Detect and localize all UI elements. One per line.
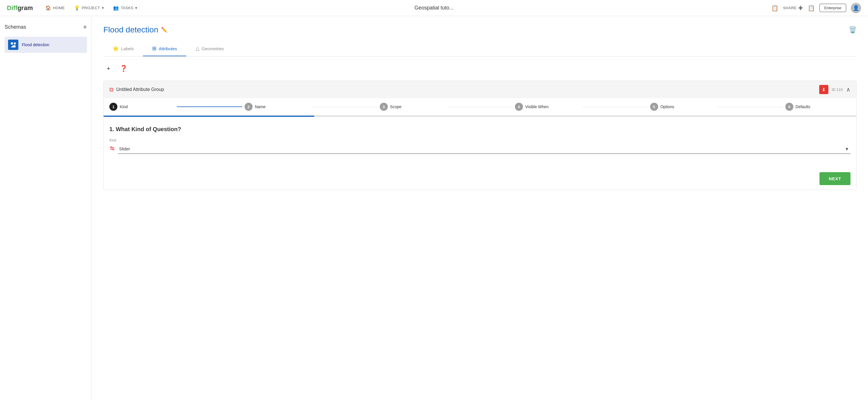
step-2-label: Name — [255, 104, 266, 109]
step-connector-2-3 — [312, 107, 377, 107]
attribute-group: ⧉ Untitled Attribute Group ⬇ ID 115 ∧ 1 — [103, 81, 857, 190]
sidebar-header: Schemas + — [5, 23, 87, 31]
sidebar: Schemas + Flood detection — [0, 16, 92, 400]
project-label: PROJECT — [82, 6, 100, 10]
schema-item-flood-detection[interactable]: Flood detection — [5, 37, 87, 53]
question-title: 1. What Kind of Question? — [110, 126, 850, 132]
step-3-label: Scope — [390, 104, 402, 109]
group-actions: ⬇ ID 115 ∧ — [819, 85, 850, 94]
geometries-icon: △ — [195, 45, 199, 52]
project-title: Geospatial tuto... — [414, 5, 454, 11]
labels-icon: ⭐ — [113, 45, 119, 52]
step-3-number: 3 — [383, 105, 384, 109]
nav-links: 🏠 HOME 💡 PROJECT ▾ 👥 TASKS ▾ — [42, 3, 771, 12]
svg-rect-0 — [11, 42, 13, 44]
content-area: Flood detection ✏️ 🗑️ ⭐ Labels ⊞ Attribu… — [92, 16, 868, 400]
enterprise-button[interactable]: Enterprise — [819, 4, 846, 12]
logo-diff: Diff — [7, 4, 18, 11]
actions-row: + ❓ — [103, 63, 857, 74]
tasks-icon: 👥 — [113, 5, 119, 11]
download-icon: ⬇ — [822, 87, 826, 92]
tab-labels-label: Labels — [121, 46, 134, 51]
kind-field-label: Kind — [110, 138, 850, 142]
stepper-progress — [104, 116, 856, 117]
project-icon: 💡 — [74, 5, 80, 11]
home-nav[interactable]: 🏠 HOME — [42, 3, 68, 12]
svg-point-7 — [113, 148, 114, 150]
group-title-row: ⧉ Untitled Attribute Group — [110, 86, 164, 93]
delete-icon[interactable]: 🗑️ — [849, 26, 857, 34]
step-1[interactable]: 1 Kind — [110, 103, 175, 111]
kind-select[interactable]: Slider Text Select Multiple Select — [118, 144, 850, 154]
tab-geometries-label: Geometries — [202, 46, 224, 51]
step-4-label: Visible When — [525, 104, 549, 109]
page-title: Flood detection — [103, 25, 158, 34]
step-4[interactable]: 4 Visible When — [515, 103, 580, 111]
svg-point-1 — [14, 42, 16, 44]
avatar[interactable]: 👤 — [851, 3, 861, 13]
step-5[interactable]: 5 Options — [650, 103, 715, 111]
logo[interactable]: Diffgram — [7, 4, 33, 12]
kind-select-wrapper: Slider Text Select Multiple Select ▾ — [118, 144, 850, 154]
notifications-icon[interactable]: 📋 — [771, 5, 778, 11]
page-title-row: Flood detection ✏️ — [103, 25, 167, 34]
home-icon: 🏠 — [45, 5, 51, 11]
tab-geometries[interactable]: △ Geometries — [186, 41, 234, 56]
svg-rect-3 — [13, 45, 16, 47]
group-title: Untitled Attribute Group — [116, 87, 164, 92]
step-1-number: 1 — [112, 105, 114, 109]
page-header: Flood detection ✏️ 🗑️ — [103, 25, 857, 34]
tasks-label: TASKS — [121, 6, 133, 10]
attribute-group-header: ⧉ Untitled Attribute Group ⬇ ID 115 ∧ — [104, 81, 856, 98]
add-schema-button[interactable]: + — [83, 23, 87, 31]
tab-attributes[interactable]: ⊞ Attributes — [143, 41, 186, 56]
kind-select-row: Slider Text Select Multiple Select ▾ — [110, 144, 850, 154]
tasks-nav[interactable]: 👥 TASKS ▾ — [110, 3, 141, 12]
step-4-number: 4 — [518, 105, 520, 109]
step-5-label: Options — [660, 104, 674, 109]
attributes-icon: ⊞ — [152, 45, 156, 52]
schema-item-label: Flood detection — [22, 42, 50, 47]
next-button[interactable]: NEXT — [819, 172, 850, 185]
step-6[interactable]: 6 Defaults — [785, 103, 850, 111]
step-5-number: 5 — [653, 105, 655, 109]
group-id: ID 115 — [832, 88, 843, 92]
share-label: SHARE — [783, 6, 797, 10]
help-button[interactable]: ❓ — [118, 63, 129, 74]
step-5-circle: 5 — [650, 103, 658, 111]
group-download-button[interactable]: ⬇ — [819, 85, 828, 94]
topnav-right: 📋 SHARE ➕ 📋 Enterprise 👤 — [771, 3, 861, 13]
export-icon[interactable]: 📋 — [808, 5, 815, 11]
step-connector-3-4 — [447, 107, 513, 107]
logo-gram: gram — [18, 4, 33, 11]
step-connector-1-2 — [177, 106, 242, 107]
step-6-number: 6 — [788, 105, 790, 109]
step-6-label: Defaults — [796, 104, 810, 109]
step-2-circle: 2 — [245, 103, 253, 111]
step-2[interactable]: 2 Name — [245, 103, 310, 111]
add-attribute-button[interactable]: + — [103, 63, 114, 74]
step-2-number: 2 — [247, 105, 249, 109]
sidebar-title: Schemas — [5, 24, 26, 30]
share-add-icon: ➕ — [798, 6, 803, 10]
kind-sliders-icon — [110, 146, 115, 153]
share-button[interactable]: SHARE ➕ — [783, 6, 803, 10]
project-chevron-icon: ▾ — [102, 6, 104, 10]
step-connector-4-5 — [582, 107, 648, 107]
step-3[interactable]: 3 Scope — [380, 103, 445, 111]
step-connector-5-6 — [718, 107, 783, 107]
tasks-chevron-icon: ▾ — [135, 6, 137, 10]
tab-attributes-label: Attributes — [159, 46, 177, 51]
stepper-row: 1 Kind 2 Name 3 Sco — [104, 98, 856, 116]
project-nav[interactable]: 💡 PROJECT ▾ — [71, 3, 107, 12]
step-3-circle: 3 — [380, 103, 388, 111]
edit-icon[interactable]: ✏️ — [161, 27, 167, 33]
step-1-circle: 1 — [110, 103, 117, 111]
step-1-label: Kind — [120, 104, 128, 109]
group-collapse-button[interactable]: ∧ — [846, 86, 850, 93]
step-4-circle: 4 — [515, 103, 523, 111]
stepper-progress-fill — [104, 116, 314, 117]
tab-labels[interactable]: ⭐ Labels — [103, 41, 143, 56]
tabs-bar: ⭐ Labels ⊞ Attributes △ Geometries — [103, 41, 857, 57]
step-6-circle: 6 — [785, 103, 794, 111]
